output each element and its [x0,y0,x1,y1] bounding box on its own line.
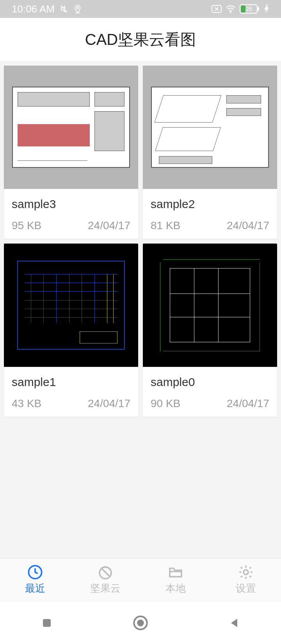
home-button[interactable] [132,614,149,632]
system-nav [0,601,281,644]
status-right: 25 [212,4,269,14]
file-name: sample3 [12,197,130,211]
file-thumbnail [4,244,138,367]
file-thumbnail [4,66,138,189]
file-size: 43 KB [12,397,41,410]
file-size: 81 KB [151,219,180,232]
nav-cloud[interactable]: 坚果云 [70,559,140,601]
gear-icon [238,564,254,580]
folder-icon [168,564,183,580]
svg-rect-7 [258,7,259,11]
status-left: 10:06 AM [12,3,82,15]
page-title: CAD坚果云看图 [85,29,196,50]
file-thumbnail [143,66,277,189]
svg-point-1 [77,7,79,9]
file-size: 90 KB [151,397,180,410]
svg-point-4 [230,12,231,13]
app-header: CAD坚果云看图 [0,18,281,62]
svg-rect-6 [241,5,245,12]
nav-label: 最近 [25,582,45,595]
clock-icon [27,564,43,580]
recent-apps-button[interactable] [38,614,55,632]
file-meta: sample0 90 KB 24/04/17 [143,367,277,417]
file-meta: sample2 81 KB 24/04/17 [143,189,277,239]
svg-point-15 [138,620,143,625]
file-card[interactable]: sample3 95 KB 24/04/17 [4,66,138,239]
nav-label: 设置 [236,582,256,595]
status-bar: 10:06 AM [0,0,281,18]
file-grid: sample3 95 KB 24/04/17 sample2 81 KB 24/… [0,62,281,421]
file-card[interactable]: sample2 81 KB 24/04/17 [143,66,277,239]
nav-label: 坚果云 [90,582,121,595]
close-box-icon [212,5,222,13]
file-size: 95 KB [12,219,41,232]
file-meta: sample3 95 KB 24/04/17 [4,189,138,239]
file-thumbnail [143,244,277,367]
charging-icon [264,4,269,14]
file-date: 24/04/17 [88,397,130,410]
file-meta: sample1 43 KB 24/04/17 [4,367,138,417]
location-icon [73,5,82,13]
file-name: sample1 [12,375,130,389]
mute-icon [59,4,69,14]
bottom-nav: 最近 坚果云 本地 设置 [0,558,281,601]
file-name: sample0 [151,375,269,389]
battery-text: 25 [246,6,252,12]
file-date: 24/04/17 [227,219,269,232]
file-name: sample2 [151,197,269,211]
nav-settings[interactable]: 设置 [211,559,281,601]
file-card[interactable]: sample0 90 KB 24/04/17 [143,244,277,417]
nav-local[interactable]: 本地 [140,559,211,601]
back-button[interactable] [226,614,243,632]
file-card[interactable]: sample1 43 KB 24/04/17 [4,244,138,417]
svg-rect-13 [43,619,51,627]
file-date: 24/04/17 [227,397,269,410]
battery-icon: 25 [240,4,260,14]
wifi-icon [226,5,236,13]
file-date: 24/04/17 [88,219,130,232]
nav-label: 本地 [165,582,186,595]
svg-point-12 [244,570,248,575]
nav-recent[interactable]: 最近 [0,559,70,601]
nut-icon [98,564,113,580]
status-time: 10:06 AM [12,3,55,15]
svg-line-10 [101,568,109,576]
